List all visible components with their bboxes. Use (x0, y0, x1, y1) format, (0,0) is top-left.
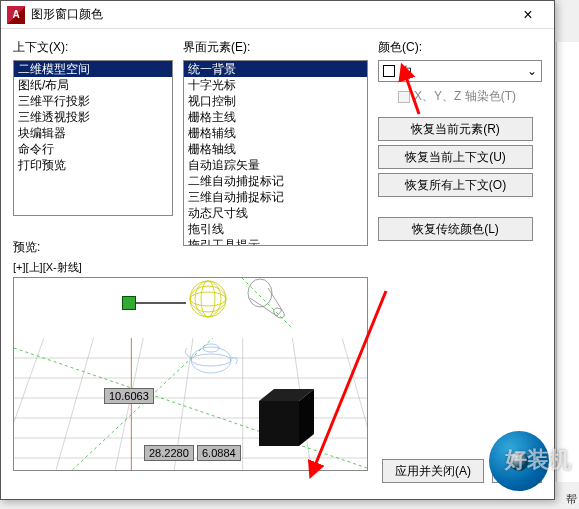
svg-point-27 (203, 344, 219, 352)
restore-legacy-button[interactable]: 恢复传统颜色(L) (378, 217, 533, 241)
tint-label: X、Y、Z 轴染色(T) (414, 88, 516, 105)
color-dropdown[interactable]: 白 ⌄ (378, 60, 542, 82)
element-item[interactable]: 栅格轴线 (184, 141, 367, 157)
context-item[interactable]: 块编辑器 (14, 125, 172, 141)
tint-checkbox-row: X、Y、Z 轴染色(T) (378, 88, 542, 105)
element-item[interactable]: 自动追踪矢量 (184, 157, 367, 173)
element-item[interactable]: 栅格主线 (184, 109, 367, 125)
coordinate-readout: 10.6063 (104, 388, 154, 404)
context-item[interactable]: 图纸/布局 (14, 77, 172, 93)
cube-icon (249, 386, 319, 456)
context-item[interactable]: 命令行 (14, 141, 172, 157)
coordinate-readout: 28.2280 (144, 445, 194, 461)
svg-marker-28 (259, 401, 299, 446)
wireframe-sphere-icon (189, 280, 227, 318)
restore-context-button[interactable]: 恢复当前上下文(U) (378, 145, 533, 169)
element-item[interactable]: 视口控制 (184, 93, 367, 109)
color-name: 白 (401, 63, 413, 80)
context-item[interactable]: 三维平行投影 (14, 93, 172, 109)
ucs-marker-icon (122, 296, 136, 310)
app-logo-icon: A (7, 6, 25, 24)
wireframe-teapot-icon (184, 338, 239, 376)
element-item[interactable]: 统一背景 (184, 61, 367, 77)
color-swatch-icon (383, 65, 395, 77)
element-item[interactable]: 动态尺寸线 (184, 205, 367, 221)
tint-checkbox (398, 91, 410, 103)
element-listbox[interactable]: 统一背景 十字光标 视口控制 栅格主线 栅格辅线 栅格轴线 自动追踪矢量 二维自… (183, 60, 368, 246)
preview-section: 预览: [+][上][X-射线] (13, 239, 543, 471)
apply-close-button[interactable]: 应用并关闭(A) (382, 459, 484, 483)
preview-canvas: 10.6063 28.2280 6.0884 (13, 277, 368, 471)
svg-point-25 (191, 347, 231, 373)
watermark-text: 好装机 (505, 445, 571, 475)
context-item[interactable]: 打印预览 (14, 157, 172, 173)
element-item[interactable]: 拖引线 (184, 221, 367, 237)
context-item[interactable]: 二维模型空间 (14, 61, 172, 77)
restore-element-button[interactable]: 恢复当前元素(R) (378, 117, 533, 141)
preview-label: 预览: (13, 239, 543, 256)
chevron-down-icon: ⌄ (527, 64, 537, 78)
dialog-title: 图形窗口颜色 (31, 6, 508, 23)
color-label: 颜色(C): (378, 39, 542, 56)
dialog-content: 上下文(X): 二维模型空间 图纸/布局 三维平行投影 三维透视投影 块编辑器 … (1, 29, 554, 256)
drawing-window-colors-dialog: A 图形窗口颜色 × 上下文(X): 二维模型空间 图纸/布局 三维平行投影 三… (0, 0, 555, 500)
truncated-text: 帮 (566, 492, 577, 507)
wireframe-light-icon (242, 278, 292, 328)
coordinate-readout: 6.0884 (197, 445, 241, 461)
element-label: 界面元素(E): (183, 39, 368, 56)
close-button[interactable]: × (508, 3, 548, 27)
axis-line (136, 302, 186, 304)
background-panel (556, 42, 579, 482)
preview-viewport-info: [+][上][X-射线] (13, 260, 543, 275)
svg-point-22 (248, 279, 272, 307)
svg-point-26 (191, 354, 231, 366)
restore-all-button[interactable]: 恢复所有上下文(O) (378, 173, 533, 197)
element-item[interactable]: 三维自动捕捉标记 (184, 189, 367, 205)
element-item[interactable]: 十字光标 (184, 77, 367, 93)
context-item[interactable]: 三维透视投影 (14, 109, 172, 125)
context-listbox[interactable]: 二维模型空间 图纸/布局 三维平行投影 三维透视投影 块编辑器 命令行 打印预览 (13, 60, 173, 216)
element-item[interactable]: 栅格辅线 (184, 125, 367, 141)
titlebar[interactable]: A 图形窗口颜色 × (1, 1, 554, 29)
element-item[interactable]: 二维自动捕捉标记 (184, 173, 367, 189)
context-label: 上下文(X): (13, 39, 173, 56)
